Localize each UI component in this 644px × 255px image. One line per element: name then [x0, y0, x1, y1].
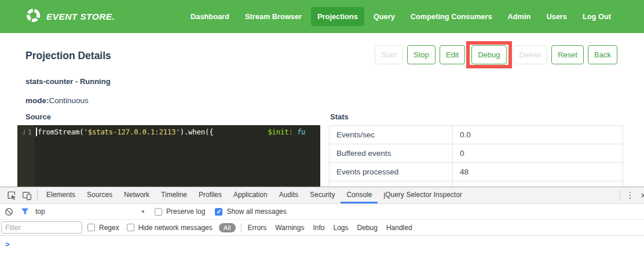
preserve-log-option[interactable]: Preserve log — [155, 207, 205, 216]
devtools-tabbar: Elements Sources Network Timeline Profil… — [0, 187, 644, 204]
projection-name-status: stats-counter - Running — [0, 77, 644, 86]
debug-button[interactable]: Debug — [471, 45, 506, 64]
level-filter-info[interactable]: Info — [313, 224, 324, 232]
nav-item-log-out[interactable]: Log Out — [576, 7, 617, 26]
console-filter-bar: Regex Hide network messages All Errors W… — [0, 220, 644, 236]
show-all-messages-option[interactable]: Show all messages — [215, 207, 286, 216]
regex-option[interactable]: Regex — [87, 224, 119, 232]
stop-button[interactable]: Stop — [407, 45, 436, 64]
devtools-tab-network[interactable]: Network — [118, 187, 155, 203]
nav-item-stream-browser[interactable]: Stream Browser — [239, 7, 308, 26]
console-toolbar: top ▼ Preserve log Show all messages — [0, 204, 644, 220]
stat-name: Events/sec — [330, 126, 453, 144]
page-content: Projection Details Start Stop Edit Debug… — [0, 33, 644, 187]
preserve-log-checkbox[interactable] — [155, 208, 162, 216]
mode-label: mode: — [25, 96, 49, 105]
console-filter-input[interactable] — [1, 221, 82, 234]
code-line-1: fromStream('$stats-127.0.0.1:2113').when… — [36, 125, 320, 139]
edit-button[interactable]: Edit — [440, 45, 465, 64]
nav-item-dashboard[interactable]: Dashboard — [184, 7, 236, 26]
reset-button[interactable]: Reset — [551, 45, 584, 64]
devtools-panel: Elements Sources Network Timeline Profil… — [0, 187, 644, 255]
hide-network-messages-option[interactable]: Hide network messages — [127, 224, 213, 232]
clear-console-icon[interactable] — [5, 207, 13, 216]
execution-context-selector[interactable]: top ▼ — [35, 207, 145, 216]
eventstore-brand[interactable]: EVENT STORE. — [25, 8, 115, 26]
preserve-log-label: Preserve log — [166, 207, 205, 216]
regex-label: Regex — [99, 224, 119, 232]
level-filter-errors[interactable]: Errors — [248, 224, 267, 232]
app-window: EVENT STORE. Dashboard Stream Browser Pr… — [0, 0, 644, 255]
code-segment: ).when({ — [180, 128, 268, 136]
nav-item-admin[interactable]: Admin — [502, 7, 537, 26]
delete-button[interactable]: Delete — [513, 45, 548, 64]
devtools-tab-elements[interactable]: Elements — [41, 187, 81, 203]
stat-value: 0.0 — [452, 126, 623, 144]
devtools-tab-application[interactable]: Application — [228, 187, 273, 203]
editor-gutter: i 1 — [17, 125, 35, 187]
eventstore-logo-icon — [25, 8, 41, 26]
show-all-messages-checkbox[interactable] — [215, 208, 222, 216]
text-cursor — [36, 128, 37, 136]
stat-name: Buffered events — [330, 144, 453, 163]
devtools-tab-console[interactable]: Console — [341, 187, 378, 203]
stats-panel: Stats Events/sec 0.0 Buffered events 0 E… — [329, 112, 623, 187]
back-button[interactable]: Back — [588, 45, 617, 64]
level-filter-handled[interactable]: Handled — [386, 224, 412, 232]
code-segment: fromStream( — [38, 128, 83, 136]
chevron-down-icon: ▼ — [141, 209, 145, 214]
detail-panels: Source i 1 fromStream('$stats-127.0.0.1:… — [0, 112, 644, 187]
inspect-element-icon[interactable] — [4, 188, 19, 203]
show-all-messages-label: Show all messages — [226, 207, 286, 216]
stat-value — [452, 181, 623, 187]
nav-item-users[interactable]: Users — [540, 7, 573, 26]
regex-checkbox[interactable] — [87, 224, 95, 231]
stats-table: Events/sec 0.0 Buffered events 0 Events … — [329, 125, 623, 187]
level-filter-all[interactable]: All — [219, 223, 236, 232]
devtools-tab-timeline[interactable]: Timeline — [155, 187, 193, 203]
level-filter-warnings[interactable]: Warnings — [275, 224, 304, 232]
devtools-menu-icon[interactable]: ⋮ — [623, 190, 637, 201]
toolbar-divider — [37, 190, 38, 201]
brand-text: EVENT STORE. — [46, 12, 115, 22]
header-row: Projection Details Start Stop Edit Debug… — [0, 33, 644, 64]
console-prompt-chevron[interactable]: > — [5, 240, 10, 249]
level-filter-logs[interactable]: Logs — [333, 224, 348, 232]
table-row: Events/sec 0.0 — [330, 126, 623, 144]
device-toolbar-icon[interactable] — [19, 188, 34, 203]
filter-icon[interactable] — [21, 207, 29, 216]
start-button[interactable]: Start — [375, 45, 403, 64]
devtools-tab-jquery-selector-inspector[interactable]: jQuery Selector Inspector — [378, 187, 467, 203]
toolbar-divider — [620, 190, 620, 201]
devtools-tab-profiles[interactable]: Profiles — [193, 187, 228, 203]
editor-code-area[interactable]: fromStream('$stats-127.0.0.1:2113').when… — [35, 125, 320, 187]
page-title: Projection Details — [25, 50, 111, 64]
hide-network-messages-checkbox[interactable] — [127, 224, 134, 231]
nav-item-projections[interactable]: Projections — [311, 7, 364, 26]
line-number: 1 — [28, 125, 32, 139]
stat-name: Events processed — [330, 163, 453, 181]
devtools-close-icon[interactable]: ✕ — [637, 191, 644, 200]
gutter-info-annotation: i — [23, 125, 25, 139]
action-buttons: Start Stop Edit Debug Delete Reset Back — [375, 45, 617, 64]
devtools-tab-sources[interactable]: Sources — [81, 187, 118, 203]
stat-value: 48 — [452, 163, 623, 181]
stat-value: 0 — [452, 144, 623, 163]
nav-item-competing-consumers[interactable]: Competing Consumers — [404, 7, 499, 26]
level-filter-debug[interactable]: Debug — [357, 224, 378, 232]
table-row: Events processed 48 — [330, 163, 623, 181]
source-code-editor[interactable]: i 1 fromStream('$stats-127.0.0.1:2113').… — [17, 125, 320, 187]
devtools-tab-audits[interactable]: Audits — [273, 187, 304, 203]
top-navbar: EVENT STORE. Dashboard Stream Browser Pr… — [0, 0, 644, 33]
hide-network-messages-label: Hide network messages — [138, 224, 213, 232]
table-row: Buffered events 0 — [330, 144, 623, 163]
nav-item-query[interactable]: Query — [367, 7, 401, 26]
code-segment-string: '$stats-127.0.0.1:2113' — [83, 128, 180, 136]
console-output[interactable]: > — [0, 236, 644, 249]
devtools-tab-security[interactable]: Security — [304, 187, 341, 203]
nav-links: Dashboard Stream Browser Projections Que… — [184, 7, 617, 26]
code-segment-constant: $init: — [268, 128, 292, 136]
stats-label: Stats — [330, 112, 623, 121]
context-value: top — [35, 207, 45, 216]
code-segment-keyword: fu — [297, 128, 305, 136]
